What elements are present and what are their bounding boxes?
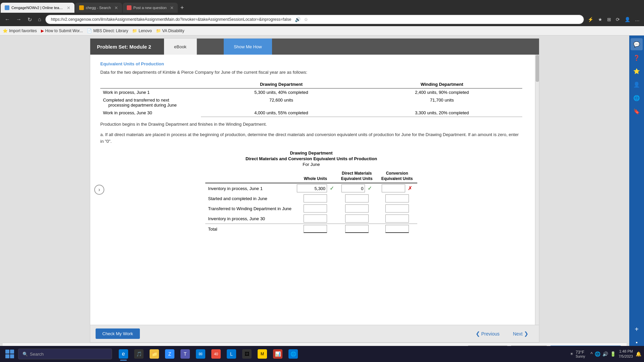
row1-whole-input[interactable]	[297, 184, 327, 192]
fav-mbs[interactable]: 📄 MBS Direct: Library	[87, 28, 128, 33]
favorites-icon[interactable]: ☆	[303, 17, 309, 22]
check-work-button[interactable]: Check My Work	[96, 328, 140, 339]
total-whole-input[interactable]	[304, 225, 327, 233]
taskbar-badge1[interactable]: 40	[209, 347, 223, 361]
sidebar-help-icon[interactable]: ❓	[631, 52, 643, 64]
row2-conv-input[interactable]	[385, 194, 409, 202]
weather-widget[interactable]: ☀ 73°F Sunny	[570, 350, 585, 358]
extensions-button[interactable]: ⚡	[586, 16, 595, 23]
fav-va[interactable]: 📁 VA Disability	[156, 28, 184, 33]
row3-conv-input[interactable]	[385, 204, 409, 213]
fav-va-label: VA Disability	[162, 28, 184, 33]
row4-whole-input[interactable]	[304, 215, 327, 223]
folder-icon-va: 📁	[156, 28, 161, 33]
tab-show-me-how[interactable]: Show Me How	[224, 39, 272, 55]
row1-whole-check: ✓	[330, 185, 334, 191]
input-table: Whole Units Direct MaterialsEquivalent U…	[205, 170, 417, 234]
taskbar-mail[interactable]: ✉	[193, 347, 208, 361]
input-row-2: Started and completed in June	[205, 193, 417, 203]
browser-right-buttons: ⚡ ★ ⊞ ⟳ 👤 …	[586, 16, 641, 23]
fav-lenovo[interactable]: 📁 Lenovo	[132, 28, 152, 33]
collections-button[interactable]: ⊞	[605, 16, 613, 23]
input-row-4: Inventory in process, June 30	[205, 214, 417, 224]
read-aloud-icon[interactable]: 🔊	[294, 17, 302, 22]
taskbar-red-app[interactable]: 📊	[270, 347, 285, 361]
chegg-tab-close[interactable]: ✕	[114, 5, 118, 10]
taskbar-zoom[interactable]: Z	[162, 347, 177, 361]
cengage-favicon	[5, 5, 9, 10]
taskbar-antivirus[interactable]: M	[255, 347, 270, 361]
next-button[interactable]: Next ❯	[507, 328, 534, 340]
settings-button[interactable]: …	[633, 16, 641, 23]
taskbar-teams[interactable]: T	[178, 347, 193, 361]
back-button[interactable]: ←	[3, 15, 12, 24]
notification-icon[interactable]: 🔔	[636, 351, 641, 357]
cengage-tab-close[interactable]: ✕	[67, 5, 70, 10]
tray-battery[interactable]: 🔋	[610, 351, 616, 357]
mail-icon: ✉	[196, 349, 205, 359]
refresh-button[interactable]: ↻	[25, 15, 34, 24]
post-tab-title: Post a new question	[133, 6, 167, 10]
show-me-how-label: Show Me How	[234, 44, 262, 49]
forward-button[interactable]: →	[14, 15, 23, 24]
tray-volume[interactable]: 🔊	[602, 351, 608, 357]
browser-sync-button[interactable]: ⟳	[614, 16, 622, 23]
chegg-favicon	[79, 5, 84, 10]
scrollbar[interactable]	[535, 55, 539, 325]
previous-button[interactable]: ❮ Previous	[470, 328, 505, 340]
row1-whole-cell: ✓	[294, 183, 337, 193]
time-display[interactable]: 1:48 PM 7/5/2023	[619, 349, 633, 359]
taskbar-explorer[interactable]: 📁	[147, 347, 162, 361]
taskbar-browser2[interactable]: 🌐	[286, 347, 301, 361]
row2-drawing: 72,600 units	[201, 96, 362, 109]
tray-chevron[interactable]: ^	[591, 351, 593, 357]
taskbar-edge[interactable]: e	[116, 347, 131, 361]
sidebar-add-icon[interactable]: +	[631, 323, 643, 335]
row4-conv-input[interactable]	[385, 215, 409, 223]
col-dm-header: Direct MaterialsEquivalent Units	[337, 170, 377, 183]
total-whole-cell	[294, 224, 337, 234]
profile-button[interactable]: 👤	[623, 16, 632, 23]
taskbar-store[interactable]: L	[224, 347, 239, 361]
sidebar-chat-icon[interactable]: 💬	[631, 38, 643, 50]
youtube-icon: ▶	[41, 28, 44, 33]
import-icon: ⭐	[3, 28, 8, 33]
scroll-thumb[interactable]	[536, 55, 539, 82]
tab-cengage[interactable]: CengageNOWv2 | Online teachin... ✕	[1, 3, 74, 13]
new-tab-button[interactable]: +	[178, 3, 187, 13]
row3-whole-input[interactable]	[304, 204, 327, 213]
row4-dm-input[interactable]	[345, 215, 369, 223]
tab-post[interactable]: Post a new question ✕	[123, 3, 178, 13]
taskbar-photos[interactable]: 🖼	[239, 347, 254, 361]
start-button[interactable]	[3, 348, 17, 360]
th-empty	[100, 80, 201, 88]
row1-dm-input[interactable]	[341, 184, 365, 192]
tab-chegg[interactable]: chegg - Search ✕	[75, 3, 122, 13]
home-button[interactable]: ⌂	[36, 15, 43, 24]
post-tab-close[interactable]: ✕	[170, 5, 174, 10]
row2-whole-input[interactable]	[304, 194, 327, 202]
photos-icon: 🖼	[242, 349, 252, 359]
taskbar-search[interactable]: 🔍 Search	[18, 349, 112, 359]
tray-network[interactable]: 🌐	[595, 351, 600, 357]
row1-conv-input[interactable]	[382, 184, 405, 192]
sidebar-star-icon[interactable]: ⭐	[631, 65, 643, 77]
sidebar-bookmark-icon[interactable]: 🔖	[631, 105, 643, 117]
total-dm-input[interactable]	[345, 225, 369, 233]
row3-dm-input[interactable]	[345, 204, 369, 213]
taskbar-media[interactable]: 🎵	[131, 347, 146, 361]
expand-arrow[interactable]: ›	[94, 185, 104, 195]
fav-submit[interactable]: ▶ How to Submit Wor...	[41, 28, 83, 33]
total-conv-input[interactable]	[385, 225, 409, 233]
row2-dm-input[interactable]	[345, 194, 369, 202]
sidebar-person-icon[interactable]: 👤	[631, 78, 643, 90]
next-chevron-icon: ❯	[524, 330, 528, 337]
search-placeholder: Search	[30, 352, 44, 357]
fav-import[interactable]: ⭐ Import favorites	[3, 28, 37, 33]
tab-ebook[interactable]: eBook	[164, 39, 197, 55]
table-row: Work in process, June 30 4,000 units, 55…	[100, 109, 522, 117]
sidebar-globe-icon[interactable]: 🌐	[631, 92, 643, 104]
favorites-panel-button[interactable]: ★	[596, 16, 604, 23]
clock-date: 7/5/2023	[619, 354, 633, 359]
address-bar[interactable]: https://v2.cengagenow.com/ilrn/takeAssig…	[45, 15, 584, 24]
